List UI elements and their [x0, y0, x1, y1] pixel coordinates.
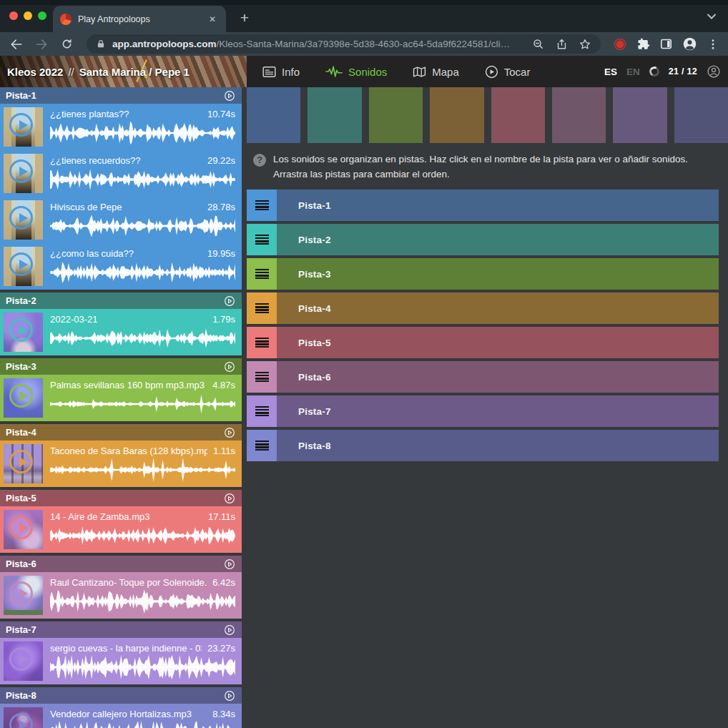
session-cover[interactable]: Kleos 2022//Santa Marina / Pepe 1 — [0, 56, 247, 87]
track-row[interactable]: Pista-7 — [247, 395, 719, 427]
back-icon[interactable] — [9, 36, 24, 52]
address-bar[interactable]: app.antropoloops.com /Kleos-Santa-Marina… — [87, 34, 601, 54]
audio-clip[interactable]: 14 - Aire de Zamba.mp317.11s — [0, 506, 242, 553]
side-panel-icon[interactable] — [659, 37, 673, 51]
track-header[interactable]: Pista-4 — [0, 424, 242, 441]
track-header[interactable]: Pista-7 — [0, 621, 242, 638]
audio-clip[interactable]: Vendedor callejero Hortalizas.mp38.34s — [0, 704, 242, 728]
track-row-bar[interactable]: Pista-1 — [277, 190, 719, 221]
track-row[interactable]: Pista-4 — [247, 292, 719, 324]
new-tab-button[interactable]: + — [234, 8, 255, 29]
audio-clip[interactable]: Raul Cantizano- Toque por Solenoide.mp36… — [0, 572, 242, 619]
track-name[interactable]: Pista-4 — [6, 427, 223, 438]
track-color-swatch[interactable] — [552, 87, 606, 143]
track-name[interactable]: Pista-7 — [6, 624, 223, 635]
nav-info[interactable]: Info — [262, 66, 300, 78]
clip-play-icon[interactable] — [9, 713, 33, 728]
track-row-bar[interactable]: Pista-3 — [277, 258, 719, 290]
record-icon[interactable] — [613, 37, 627, 51]
audio-clip[interactable]: sergio cuevas - la harpe indienne - 03 -… — [0, 638, 242, 684]
track-row[interactable]: Pista-1 — [247, 190, 719, 221]
drag-handle[interactable] — [247, 190, 277, 221]
clip-play-icon[interactable] — [9, 318, 33, 342]
clip-play-icon[interactable] — [9, 206, 33, 230]
nav-mapa[interactable]: Mapa — [413, 66, 459, 78]
drag-handle[interactable] — [247, 430, 277, 461]
clip-play-icon[interactable] — [9, 647, 33, 671]
track-color-swatch[interactable] — [247, 87, 300, 143]
audio-clip[interactable]: Palmas sevillanas 160 bpm mp3.mp34.87s — [0, 375, 242, 421]
track-color-swatch[interactable] — [674, 87, 728, 143]
track-header[interactable]: Pista-3 — [0, 358, 242, 375]
clip-play-icon[interactable] — [9, 113, 33, 137]
track-row-bar[interactable]: Pista-7 — [277, 395, 719, 427]
drag-handle[interactable] — [247, 292, 277, 324]
track-row[interactable]: Pista-6 — [247, 361, 719, 393]
track-color-swatch[interactable] — [491, 87, 545, 143]
clip-play-icon[interactable] — [9, 252, 33, 276]
reload-icon[interactable] — [59, 36, 74, 52]
tab-search-chevron-icon[interactable] — [707, 13, 717, 20]
fullscreen-window-button[interactable] — [38, 11, 46, 20]
track-play-icon[interactable] — [223, 492, 236, 505]
clip-play-icon[interactable] — [9, 159, 33, 183]
track-name[interactable]: Pista-8 — [6, 690, 223, 701]
zoom-icon[interactable] — [532, 38, 545, 51]
lang-es[interactable]: ES — [604, 67, 617, 77]
minimize-window-button[interactable] — [24, 11, 32, 20]
track-play-icon[interactable] — [223, 558, 236, 571]
track-name[interactable]: Pista-3 — [6, 361, 223, 372]
close-window-button[interactable] — [9, 11, 18, 20]
drag-handle[interactable] — [247, 395, 277, 427]
track-row[interactable]: Pista-3 — [247, 258, 719, 290]
track-header[interactable]: Pista-8 — [0, 687, 242, 704]
track-play-icon[interactable] — [223, 89, 236, 102]
clip-play-icon[interactable] — [9, 450, 33, 473]
clip-play-icon[interactable] — [9, 516, 33, 539]
audio-clip[interactable]: ¿¿tienes plantas??10.74s — [0, 104, 242, 150]
track-play-icon[interactable] — [223, 689, 236, 702]
tab-close-icon[interactable]: ✕ — [206, 13, 219, 26]
track-header[interactable]: Pista-2 — [0, 292, 242, 309]
track-color-swatch[interactable] — [613, 87, 666, 143]
drag-handle[interactable] — [247, 327, 277, 358]
share-icon[interactable] — [556, 38, 568, 51]
track-row[interactable]: Pista-8 — [247, 430, 719, 461]
lang-en[interactable]: EN — [626, 67, 640, 77]
track-name[interactable]: Pista-1 — [6, 90, 223, 101]
browser-menu-icon[interactable] — [707, 38, 719, 51]
drag-handle[interactable] — [247, 258, 277, 290]
profile-avatar-icon[interactable] — [682, 36, 697, 51]
track-play-icon[interactable] — [223, 295, 236, 308]
track-row[interactable]: Pista-2 — [247, 224, 719, 255]
breadcrumb-project[interactable]: Kleos 2022 — [7, 66, 63, 78]
track-play-icon[interactable] — [223, 360, 236, 373]
clip-play-icon[interactable] — [9, 581, 33, 605]
track-row-bar[interactable]: Pista-6 — [277, 361, 719, 393]
nav-sonidos[interactable]: Sonidos — [325, 65, 387, 78]
track-row-bar[interactable]: Pista-4 — [277, 292, 719, 324]
breadcrumb-session[interactable]: Santa Marina / Pepe 1 — [79, 66, 190, 78]
track-header[interactable]: Pista-1 — [0, 87, 242, 104]
audio-clip[interactable]: ¿¿tienes recuerdos??29.22s — [0, 150, 242, 197]
track-color-swatch[interactable] — [369, 87, 423, 143]
track-name[interactable]: Pista-5 — [6, 493, 223, 503]
track-header[interactable]: Pista-5 — [0, 490, 242, 506]
track-row-bar[interactable]: Pista-5 — [277, 327, 719, 358]
track-row-bar[interactable]: Pista-8 — [277, 430, 719, 461]
audio-clip[interactable]: 2022-03-211.79s — [0, 309, 242, 355]
extensions-icon[interactable] — [636, 37, 650, 51]
track-color-swatch[interactable] — [430, 87, 483, 143]
forward-icon[interactable] — [34, 36, 49, 52]
track-header[interactable]: Pista-6 — [0, 556, 242, 572]
track-play-icon[interactable] — [223, 426, 236, 439]
account-icon[interactable] — [707, 64, 721, 79]
nav-tocar[interactable]: Tocar — [485, 65, 531, 79]
track-play-icon[interactable] — [223, 624, 236, 636]
track-color-swatch[interactable] — [308, 87, 361, 143]
bookmark-star-icon[interactable] — [579, 38, 591, 51]
track-name[interactable]: Pista-2 — [6, 295, 223, 306]
audio-clip[interactable]: Taconeo de Sara Baras (128 kbps).mp31.11… — [0, 441, 242, 487]
audio-clip[interactable]: ¿¿como las cuida??19.95s — [0, 243, 242, 290]
clip-play-icon[interactable] — [9, 384, 33, 408]
